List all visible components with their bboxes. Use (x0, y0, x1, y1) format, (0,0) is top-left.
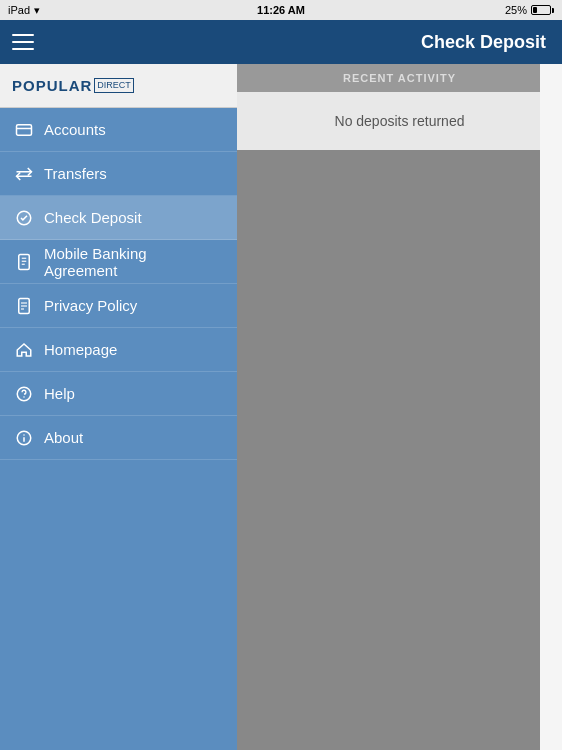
sidebar-item-accounts[interactable]: Accounts (0, 108, 237, 152)
homepage-label: Homepage (44, 341, 117, 358)
page-title: Check Deposit (421, 32, 550, 53)
svg-rect-5 (19, 254, 30, 269)
wifi-icon: ▾ (34, 4, 40, 17)
recent-activity-label: RECENT ACTIVITY (343, 72, 456, 84)
mobile-banking-label: Mobile Banking Agreement (44, 245, 223, 279)
accounts-label: Accounts (44, 121, 106, 138)
svg-point-14 (23, 396, 25, 398)
status-right: 25% (505, 4, 554, 16)
brand-suffix: DIRECT (94, 78, 134, 93)
mobile-banking-icon (14, 252, 34, 272)
help-label: Help (44, 385, 75, 402)
device-label: iPad (8, 4, 30, 16)
right-panel-content (540, 64, 562, 80)
transfers-icon (14, 164, 34, 184)
sidebar-item-privacy-policy[interactable]: Privacy Policy (0, 284, 237, 328)
sidebar-item-help[interactable]: Help (0, 372, 237, 416)
no-deposits-panel: No deposits returned (237, 92, 562, 150)
status-left: iPad ▾ (8, 4, 40, 17)
no-deposits-text: No deposits returned (335, 113, 465, 129)
transfers-label: Transfers (44, 165, 107, 182)
recent-activity-bar: RECENT ACTIVITY (237, 64, 562, 92)
svg-rect-0 (17, 124, 32, 135)
homepage-icon (14, 340, 34, 360)
sidebar: POPULAR DIRECT Accounts Transfers Check … (0, 64, 237, 750)
status-time: 11:26 AM (257, 4, 305, 16)
main-content: RECENT ACTIVITY No deposits returned (237, 64, 562, 750)
sidebar-logo: POPULAR DIRECT (0, 64, 237, 108)
help-icon (14, 384, 34, 404)
sidebar-item-mobile-banking[interactable]: Mobile Banking Agreement (0, 240, 237, 284)
check-deposit-icon (14, 208, 34, 228)
status-bar: iPad ▾ 11:26 AM 25% (0, 0, 562, 20)
privacy-icon (14, 296, 34, 316)
brand-name: POPULAR (12, 77, 92, 94)
battery-icon (531, 5, 554, 15)
sidebar-item-check-deposit[interactable]: Check Deposit (0, 196, 237, 240)
accounts-icon (14, 120, 34, 140)
navigation-bar: Check Deposit (0, 20, 562, 64)
sidebar-item-transfers[interactable]: Transfers (0, 152, 237, 196)
check-deposit-label: Check Deposit (44, 209, 142, 226)
about-icon (14, 428, 34, 448)
right-panel (540, 64, 562, 750)
about-label: About (44, 429, 83, 446)
sidebar-item-homepage[interactable]: Homepage (0, 328, 237, 372)
sidebar-item-about[interactable]: About (0, 416, 237, 460)
hamburger-menu-button[interactable] (12, 27, 42, 57)
privacy-policy-label: Privacy Policy (44, 297, 137, 314)
svg-point-17 (23, 434, 25, 436)
battery-percent: 25% (505, 4, 527, 16)
